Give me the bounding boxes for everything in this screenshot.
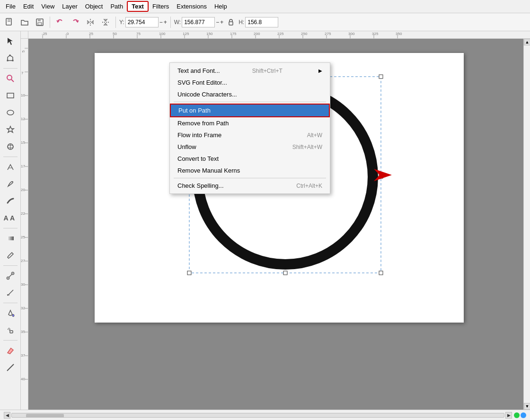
menu-unflow[interactable]: Unflow Shift+Alt+W <box>170 141 330 153</box>
menu-svg-font-editor[interactable]: SVG Font Editor... <box>170 77 330 88</box>
h-input[interactable] <box>245 17 278 27</box>
menu-extensions[interactable]: Extensions <box>173 2 211 11</box>
right-scrollbar[interactable]: ▲ ▼ <box>523 39 530 410</box>
canvas-area: -25 -0 25 50 75 100 125 150 175 <box>21 31 530 410</box>
rect-tool[interactable] <box>2 88 18 104</box>
undo-btn[interactable] <box>53 16 67 29</box>
menu-edit[interactable]: Edit <box>19 2 37 11</box>
w-plus[interactable]: + <box>220 19 223 26</box>
pencil-tool[interactable] <box>2 176 18 192</box>
svg-rect-32 <box>10 331 13 333</box>
svg-text:275: 275 <box>325 32 331 36</box>
spray-tool[interactable] <box>2 322 18 338</box>
measure-tool[interactable] <box>2 285 18 301</box>
select-tool[interactable] <box>2 33 18 49</box>
svg-rect-12 <box>12 60 13 61</box>
menu-sep2 <box>174 178 326 178</box>
svg-text:-25: -25 <box>42 32 47 36</box>
redo-btn[interactable] <box>69 16 82 29</box>
svg-line-37 <box>7 364 14 371</box>
svg-text:175: 175 <box>230 32 237 36</box>
status-dot-blue <box>521 412 526 418</box>
save-btn[interactable] <box>33 16 46 29</box>
ellipse-tool[interactable] <box>2 105 18 121</box>
w-input[interactable] <box>182 17 215 27</box>
svg-text:7: 7 <box>21 71 24 75</box>
svg-text:17: 17 <box>21 164 25 168</box>
y-input[interactable] <box>125 17 159 27</box>
y-plus[interactable]: + <box>164 19 167 26</box>
menu-check-spelling[interactable]: Check Spelling... Ctrl+Alt+K <box>170 180 330 192</box>
menu-convert-to-text[interactable]: Convert to Text <box>170 153 330 165</box>
svg-rect-13 <box>9 55 10 56</box>
menu-put-on-path[interactable]: Put on Path <box>170 104 330 117</box>
flip-v-btn[interactable] <box>99 16 112 29</box>
menu-layer[interactable]: Layer <box>58 2 81 11</box>
new-btn[interactable] <box>3 16 16 29</box>
ruler-v: 5 7 10 12 15 17 20 22 25 <box>21 39 28 410</box>
menu-filters[interactable]: Filters <box>149 2 173 11</box>
h-scrollbar[interactable] <box>11 413 504 418</box>
menu-file[interactable]: File <box>2 2 19 11</box>
w-minus[interactable]: − <box>216 19 219 26</box>
pen-tool[interactable] <box>2 159 18 175</box>
scroll-right-btn[interactable]: ▶ <box>505 412 512 419</box>
svg-text:35: 35 <box>21 330 25 334</box>
svg-text:250: 250 <box>301 32 308 36</box>
dropper-tool[interactable] <box>2 247 18 263</box>
text-tool[interactable]: A A <box>2 210 18 226</box>
svg-rect-103 <box>379 75 383 79</box>
w-label: W: <box>174 19 181 26</box>
y-minus[interactable]: − <box>159 19 163 26</box>
menu-unicode-chars[interactable]: Unicode Characters... <box>170 88 330 100</box>
svg-rect-4 <box>38 19 41 21</box>
status-dots <box>514 412 526 418</box>
svg-text:12: 12 <box>21 117 25 121</box>
lock-icon[interactable] <box>227 18 235 26</box>
svg-rect-108 <box>379 271 383 275</box>
node-tool[interactable] <box>2 50 18 66</box>
zoom-in-tool[interactable] <box>2 359 18 376</box>
paint-bucket-tool[interactable] <box>2 305 18 321</box>
menu-help[interactable]: Help <box>211 2 231 11</box>
zoom-tool[interactable] <box>2 70 18 87</box>
svg-text:A: A <box>10 214 15 222</box>
scroll-down-btn[interactable]: ▼ <box>524 403 530 410</box>
eraser-tool[interactable] <box>2 342 18 359</box>
svg-point-34 <box>9 328 9 329</box>
statusbar: ◀ ▶ <box>0 410 530 420</box>
h-scroll-thumb <box>26 414 64 418</box>
svg-point-35 <box>9 329 10 330</box>
open-btn[interactable] <box>18 16 31 29</box>
left-toolbar: A A <box>0 31 21 410</box>
svg-text:325: 325 <box>372 32 379 36</box>
flip-h-btn[interactable] <box>84 16 97 29</box>
h-label: H: <box>238 19 244 26</box>
ltool-sep4 <box>3 265 18 266</box>
scroll-up-btn[interactable]: ▲ <box>524 39 530 45</box>
toolbar: Y: − + W: − + H: <box>0 13 530 31</box>
menu-text[interactable]: Text <box>127 1 149 12</box>
scroll-left-btn[interactable]: ◀ <box>4 412 10 419</box>
menu-view[interactable]: View <box>37 2 58 11</box>
svg-text:125: 125 <box>183 32 189 36</box>
gradient-tool[interactable] <box>2 230 18 246</box>
menu-remove-from-path[interactable]: Remove from Path <box>170 117 330 129</box>
menu-flow-into-frame[interactable]: Flow into Frame Alt+W <box>170 129 330 141</box>
svg-rect-106 <box>187 271 191 275</box>
calligraphy-tool[interactable] <box>2 193 18 209</box>
svg-marker-9 <box>8 38 13 45</box>
star-tool[interactable] <box>2 122 18 138</box>
svg-text:50: 50 <box>113 32 117 36</box>
ltool-sep1 <box>3 68 18 69</box>
connector-tool[interactable] <box>2 268 18 284</box>
svg-line-27 <box>9 274 12 277</box>
svg-text:75: 75 <box>136 32 141 36</box>
menu-object[interactable]: Object <box>81 2 107 11</box>
menu-path[interactable]: Path <box>106 2 127 11</box>
menu-text-and-font[interactable]: Text and Font... Shift+Ctrl+T <box>170 65 330 77</box>
menu-remove-manual-kerns[interactable]: Remove Manual Kerns <box>170 165 330 176</box>
3d-box-tool[interactable] <box>2 139 18 155</box>
svg-line-28 <box>8 290 13 296</box>
svg-text:25: 25 <box>89 32 93 36</box>
